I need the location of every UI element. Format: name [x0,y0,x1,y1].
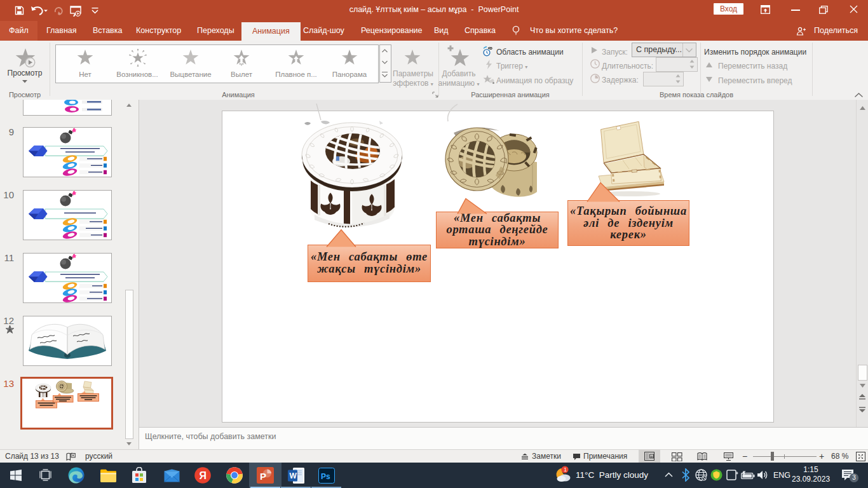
svg-text:W: W [290,471,297,480]
svg-text:Я: Я [200,470,207,481]
svg-text:Ps: Ps [321,472,330,481]
svg-text:1: 1 [564,466,567,473]
svg-text:P: P [260,471,266,482]
